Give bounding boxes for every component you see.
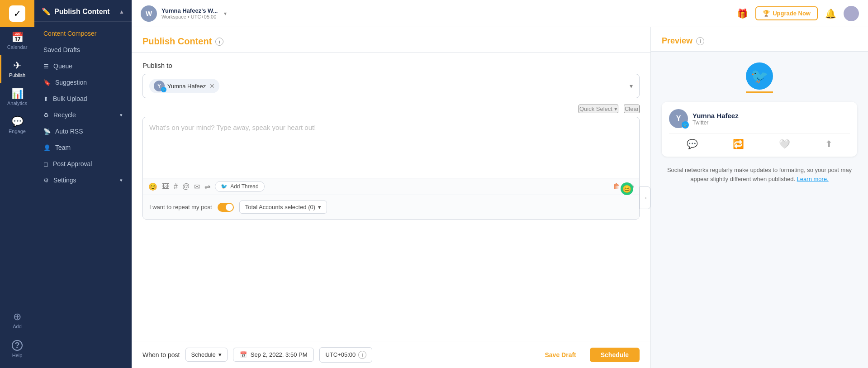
chevron-up-icon[interactable]: ▲	[119, 9, 124, 15]
bottom-bar-right: Save Draft Schedule	[536, 348, 640, 362]
clear-button[interactable]: Clear	[624, 105, 640, 113]
delete-icon[interactable]: 🗑	[613, 182, 620, 191]
timezone-info-icon[interactable]: i	[358, 351, 366, 359]
preview-user-name: Yumna Hafeez	[693, 112, 739, 119]
add-thread-button[interactable]: 🐦 Add Thread	[215, 181, 265, 192]
upgrade-now-button[interactable]: 🏆 Upgrade Now	[755, 6, 818, 20]
close-icon[interactable]: ✕	[209, 82, 215, 90]
sidebar-header: ✏️ Publish Content ▲	[34, 0, 132, 22]
sidebar-item-calendar[interactable]: 📅 Calendar	[0, 27, 34, 55]
suggestion-label: Suggestion	[55, 79, 87, 86]
account-chip: Y 🐦 Yumna Hafeez ✕	[149, 79, 219, 93]
compose-textarea[interactable]	[143, 117, 639, 176]
sidebar-item-analytics[interactable]: 📊 Analytics	[0, 83, 34, 111]
schedule-button[interactable]: Schedule	[590, 348, 640, 362]
analytics-icon: 📊	[11, 89, 24, 99]
when-to-post-label: When to post	[142, 351, 180, 358]
team-icon: 👤	[43, 144, 51, 151]
recycle-label: Recycle	[53, 111, 76, 119]
sidebar-item-engage[interactable]: 💬 Engage	[0, 111, 34, 139]
sidebar-item-post-approval[interactable]: ◻ Post Approval	[34, 156, 132, 172]
sidebar-item-settings[interactable]: ⚙ Settings ▾	[34, 172, 132, 188]
publish-info-icon[interactable]: i	[215, 38, 223, 46]
hashtag-toolbar-icon[interactable]: #	[174, 182, 178, 191]
sidebar-item-publish[interactable]: ✈ Publish	[0, 55, 34, 83]
schedule-option-label: Schedule	[191, 351, 216, 358]
content-composer-label: Content Composer	[43, 30, 97, 37]
bell-icon[interactable]: 🔔	[825, 8, 836, 19]
timezone-value: UTC+05:00	[325, 351, 356, 358]
account-selector[interactable]: Y 🐦 Yumna Hafeez ✕ ▾	[142, 74, 640, 98]
preview-body: 🐦 Y 🐦 Yumna Hafeez Twitter	[651, 52, 868, 368]
queue-label: Queue	[53, 62, 72, 70]
schedule-select[interactable]: Schedule ▾	[185, 348, 228, 362]
sidebar-item-suggestion[interactable]: 🔖 Suggestion	[34, 74, 132, 91]
logo-container: ✓	[0, 0, 34, 27]
saved-drafts-label: Saved Drafts	[43, 46, 80, 53]
help-icon: ?	[12, 340, 23, 351]
mention-toolbar-icon[interactable]: @	[182, 182, 190, 191]
app-logo[interactable]: ✓	[9, 5, 25, 22]
date-picker-button[interactable]: 📅 Sep 2, 2022, 3:50 PM	[233, 348, 314, 362]
repeat-row: I want to repeat my post Total Accounts …	[143, 195, 639, 219]
engage-label: Engage	[9, 129, 26, 134]
toggle-knob	[226, 204, 233, 211]
sidebar-item-auto-rss[interactable]: 📡 Auto RSS	[34, 123, 132, 139]
quick-select-chevron-icon: ▾	[614, 105, 617, 112]
sidebar-item-content-composer[interactable]: Content Composer	[34, 25, 132, 42]
link-toolbar-icon[interactable]: ✉	[194, 182, 200, 191]
preview-card-header: Y 🐦 Yumna Hafeez Twitter	[669, 109, 850, 128]
save-draft-button[interactable]: Save Draft	[536, 348, 584, 362]
sidebar-item-help[interactable]: ? Help	[0, 335, 34, 363]
workspace-text: Yumna Hafeez's W... Workspace • UTC+05:0…	[161, 7, 218, 19]
retweet-icon[interactable]: 🔁	[733, 139, 744, 149]
twitter-badge: 🐦	[161, 87, 166, 92]
publish-panel: Publish Content i Publish to Y 🐦 Yumna H…	[132, 27, 651, 368]
add-label: Add	[13, 324, 22, 329]
gift-icon[interactable]: 🎁	[737, 8, 748, 19]
workspace-subtitle: Workspace • UTC+05:00	[161, 14, 218, 19]
content-area: Publish Content i Publish to Y 🐦 Yumna H…	[132, 27, 868, 368]
preview-info-icon[interactable]: i	[696, 37, 704, 45]
sidebar-item-add[interactable]: ⊕ Add	[0, 306, 34, 335]
preview-header: Preview i	[651, 27, 868, 52]
more-toolbar-icon[interactable]: ⇌	[204, 182, 210, 191]
sidebar: ✏️ Publish Content ▲ Content Composer Sa…	[34, 0, 132, 368]
share-icon[interactable]: ⬆	[825, 139, 833, 149]
preview-twitter-badge: 🐦	[682, 121, 689, 129]
queue-icon: ☰	[43, 63, 49, 70]
emoji-button[interactable]: 😊	[621, 182, 633, 195]
preview-platform: Twitter	[693, 119, 739, 126]
total-accounts-button[interactable]: Total Accounts selected (0) ▾	[239, 201, 327, 214]
image-toolbar-icon[interactable]: 🖼	[162, 182, 169, 191]
publish-panel-title: Publish Content i	[142, 36, 640, 47]
auto-rss-label: Auto RSS	[55, 128, 83, 135]
publish-to-label: Publish to	[142, 62, 640, 69]
settings-chevron: ▾	[120, 177, 123, 183]
post-approval-label: Post Approval	[53, 160, 92, 167]
repeat-toggle[interactable]	[218, 203, 234, 212]
user-avatar[interactable]	[844, 6, 859, 21]
workspace-chevron-down-icon[interactable]: ▾	[224, 10, 227, 17]
workspace-info[interactable]: W Yumna Hafeez's W... Workspace • UTC+05…	[141, 5, 227, 22]
heart-icon[interactable]: 🤍	[779, 139, 790, 149]
sidebar-item-recycle[interactable]: ♻ Recycle ▾	[34, 107, 132, 123]
emoji-toolbar-icon[interactable]: 😊	[148, 182, 157, 191]
add-thread-label: Add Thread	[230, 183, 259, 190]
sidebar-item-queue[interactable]: ☰ Queue	[34, 58, 132, 74]
sidebar-item-saved-drafts[interactable]: Saved Drafts	[34, 42, 132, 58]
sidebar-nav: Content Composer Saved Drafts ☰ Queue 🔖 …	[34, 22, 132, 368]
learn-more-link[interactable]: Learn more.	[797, 176, 829, 182]
collapse-panel-button[interactable]: →	[640, 186, 650, 209]
sidebar-item-bulk-upload[interactable]: ⬆ Bulk Upload	[34, 91, 132, 107]
trophy-icon: 🏆	[763, 10, 770, 17]
comment-icon[interactable]: 💬	[687, 139, 698, 149]
sidebar-title: ✏️ Publish Content ▲	[42, 7, 124, 16]
timezone-button[interactable]: UTC+05:00 i	[319, 347, 372, 363]
preview-avatar: Y 🐦	[669, 109, 688, 128]
sidebar-item-team[interactable]: 👤 Team	[34, 139, 132, 156]
calendar-date-icon: 📅	[240, 351, 247, 358]
quick-select-button[interactable]: Quick Select ▾	[579, 105, 618, 113]
account-chip-name: Yumna Hafeez	[167, 83, 206, 90]
schedule-chevron-icon: ▾	[218, 351, 222, 358]
